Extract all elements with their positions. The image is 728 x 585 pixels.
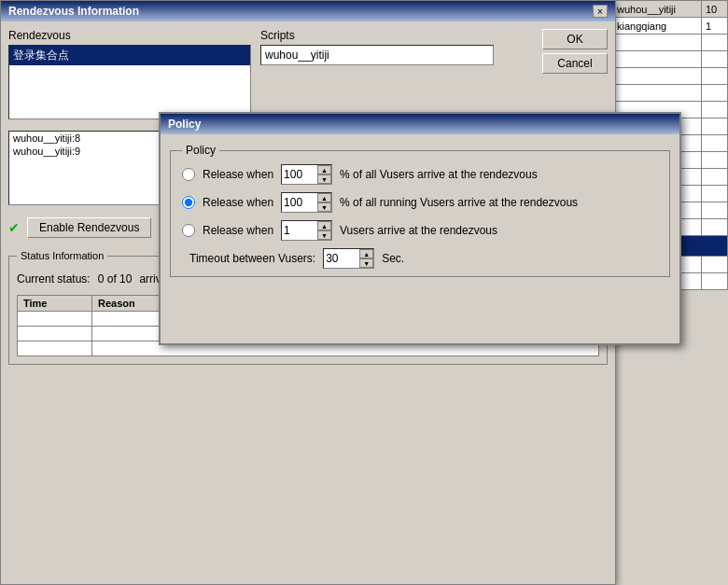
rdv-buttons: OK Cancel [542,29,608,119]
current-status-value: 0 of 10 [98,272,133,286]
policy-desc-2: % of all running Vusers arrive at the re… [340,196,578,209]
timeout-spinner-up[interactable]: ▲ [359,249,373,258]
rdv-scripts-input[interactable] [260,45,494,65]
timeout-spinner: ▲ ▼ [323,248,374,269]
policy-row-2: Release when ▲ ▼ % of all running Vusers… [182,192,658,213]
timeout-row: Timeout between Vusers: ▲ ▼ Sec. [189,248,658,269]
right-empty5 [613,68,702,85]
enable-check-icon: ✔ [8,220,20,235]
rdv-top-row: Rendezvous 登录集合点 Scripts OK Cancel [8,29,608,119]
current-status-label: Current status: [17,272,91,286]
policy-titlebar: Policy [161,114,679,134]
policy-fieldset: Policy Release when ▲ ▼ % of all Vusers … [170,144,670,277]
right-empty18 [701,169,727,186]
policy-body: Policy Release when ▲ ▼ % of all Vusers … [161,134,679,286]
right-empty10 [701,102,727,118]
rdv-title: Rendezvous Information [8,5,139,18]
spinner-btns-3: ▲ ▼ [317,221,331,240]
spinner-up-2[interactable]: ▲ [317,193,331,202]
policy-spinner-3: ▲ ▼ [281,220,332,241]
policy-desc-3: Vusers arrive at the rendezvous [340,224,497,237]
policy-row-3: Release when ▲ ▼ Vusers arrive at the re… [182,220,658,241]
timeout-spinner-down[interactable]: ▼ [359,258,373,268]
spinner-btns-2: ▲ ▼ [317,193,331,212]
rdv-left-col: Rendezvous 登录集合点 [8,29,251,119]
rdv-listbox[interactable]: 登录集合点 [8,45,251,119]
enable-rendezvous-button[interactable]: Enable Rendezvous [27,217,151,238]
right-empty24 [701,219,727,236]
time-cell-2 [18,327,92,341]
ok-button[interactable]: OK [542,29,608,49]
policy-value-1[interactable] [282,165,317,184]
time-header: Time [18,296,92,312]
rdv-close-button[interactable]: × [593,5,608,18]
sec-label: Sec. [382,252,404,265]
policy-release-label-1: Release when [203,168,273,181]
right-empty6 [701,68,727,85]
right-col2-header: 10 [701,1,727,18]
policy-dialog: Policy Policy Release when ▲ ▼ % of all … [159,112,681,345]
rdv-list-label: Rendezvous [8,29,251,42]
policy-release-label-2: Release when [203,196,273,209]
right-empty22 [701,202,727,219]
right-empty3 [613,51,702,68]
policy-radio-1[interactable] [182,168,195,181]
spinner-down-3[interactable]: ▼ [317,230,331,240]
spinner-down-2[interactable]: ▼ [317,202,331,212]
policy-radio-3[interactable] [182,224,195,237]
right-empty2 [701,35,727,51]
policy-spinner-1: ▲ ▼ [281,164,332,185]
right-empty27 [701,273,727,290]
rdv-scripts-label: Scripts [260,29,524,42]
policy-radio-2[interactable] [182,196,195,209]
policy-spinner-2: ▲ ▼ [281,192,332,213]
right-empty4 [701,51,727,68]
right-col1-val: kiangqiang [613,18,702,35]
rdv-titlebar: Rendezvous Information × [1,1,615,21]
time-cell-1 [18,312,92,327]
rdv-list-item[interactable]: 登录集合点 [9,46,250,65]
timeout-label: Timeout between Vusers: [189,252,315,265]
right-empty16 [701,152,727,169]
right-empty14 [701,135,727,152]
policy-row-1: Release when ▲ ▼ % of all Vusers arrive … [182,164,658,185]
policy-release-label-3: Release when [203,224,273,237]
rdv-scripts-area: Scripts [260,29,524,119]
right-col2-val: 1 [701,18,727,35]
right-empty7 [613,85,702,102]
right-empty20 [701,186,727,202]
right-empty12 [701,118,727,135]
policy-fieldset-legend: Policy [182,144,219,157]
timeout-value[interactable] [324,249,359,268]
policy-desc-1: % of all Vusers arrive at the rendezvous [340,168,538,181]
spinner-down-1[interactable]: ▼ [317,174,331,184]
right-empty26 [701,257,727,273]
policy-value-2[interactable] [282,193,317,212]
time-cell-3 [18,341,92,356]
spinner-up-1[interactable]: ▲ [317,165,331,174]
timeout-spinner-btns: ▲ ▼ [359,249,373,268]
spinner-up-3[interactable]: ▲ [317,221,331,230]
policy-value-3[interactable] [282,221,317,240]
right-empty1 [613,35,702,51]
right-col1-header: wuhou__yitiji [613,1,702,18]
policy-title: Policy [168,118,201,131]
spinner-btns-1: ▲ ▼ [317,165,331,184]
status-legend: Status Information [17,250,107,261]
right-empty8 [701,85,727,102]
cancel-button[interactable]: Cancel [542,53,608,74]
